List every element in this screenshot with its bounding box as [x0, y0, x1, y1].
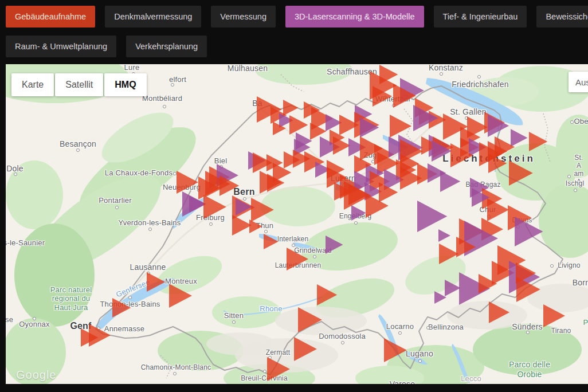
filter-button-denkmalvermessung[interactable]: Denkmalvermessung	[105, 6, 201, 28]
map-type-controls: KarteSatellitHMQ	[11, 73, 147, 96]
map-control-hmq[interactable]: HMQ	[104, 73, 146, 96]
page: { "nav": { "row1": [ {"label":"Gebäudeau…	[0, 0, 588, 392]
fullscreen-button[interactable]: Aus	[569, 72, 588, 92]
filter-button-geb-udeaufnahme[interactable]: Gebäudeaufnahme	[6, 6, 95, 28]
filter-button-verkehrsplanung[interactable]: Verkehrsplanung	[126, 36, 207, 57]
filter-row-2: Raum- & UmweltplanungVerkehrsplanung	[6, 36, 588, 57]
filter-header: GebäudeaufnahmeDenkmalvermessungVermessu…	[0, 0, 588, 64]
filter-button-beweissicherung-ba[interactable]: Beweissicherung & Ba	[536, 6, 588, 28]
filter-button-tief-ingenieurbau[interactable]: Tief- & Ingenieurbau	[434, 6, 527, 28]
filter-row-1: GebäudeaufnahmeDenkmalvermessungVermessu…	[6, 6, 588, 28]
map-control-satellit[interactable]: Satellit	[55, 73, 103, 96]
filter-button-raum-umweltplanung[interactable]: Raum- & Umweltplanung	[6, 36, 116, 57]
map-control-karte[interactable]: Karte	[11, 73, 54, 96]
filter-button-vermessung[interactable]: Vermessung	[211, 6, 276, 28]
filter-button-3d-laserscanning-3d-modelle[interactable]: 3D-Laserscanning & 3D-Modelle	[285, 6, 424, 28]
